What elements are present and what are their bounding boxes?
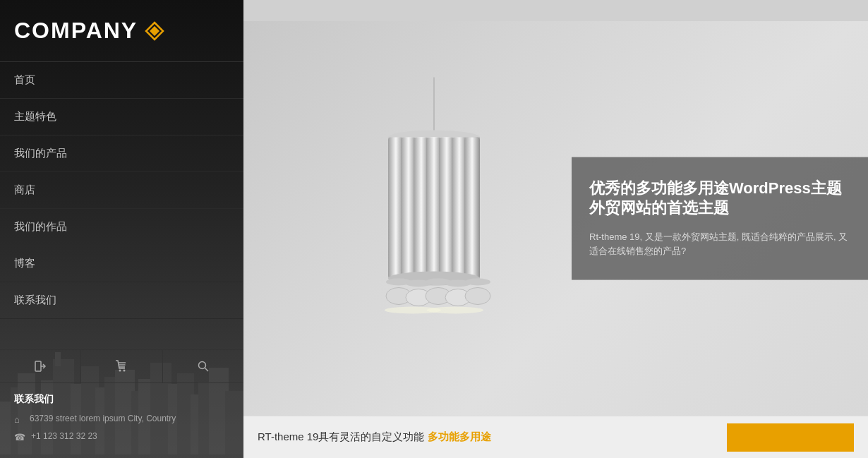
contact-section: 联系我们 ⌂ 63739 street lorem ipsum City, Co… (0, 383, 243, 458)
nav-item-home[interactable]: 首页 (0, 62, 243, 99)
bottom-cta-button[interactable] (727, 423, 854, 452)
nav-item-features[interactable]: 主题特色 (0, 99, 243, 135)
login-icon[interactable] (0, 350, 81, 382)
hero-section: 优秀的多功能多用途WordPress主题外贸网站的首选主题 Rt-theme 1… (243, 21, 868, 416)
nav-item-portfolio[interactable]: 我们的作品 (0, 209, 243, 246)
logo-area: COMPANY (0, 0, 243, 62)
svg-point-32 (198, 361, 205, 368)
hero-text-overlay: 优秀的多功能多用途WordPress主题外贸网站的首选主题 Rt-theme 1… (572, 157, 868, 280)
svg-marker-24 (150, 26, 159, 36)
main-content: 优秀的多功能多用途WordPress主题外贸网站的首选主题 Rt-theme 1… (243, 0, 868, 458)
svg-line-33 (205, 368, 208, 371)
nav-menu: 首页 主题特色 我们的产品 商店 我们的作品 博客 联系我们 (0, 62, 243, 349)
top-bar (243, 0, 868, 21)
search-icon[interactable] (163, 350, 243, 382)
svg-point-30 (119, 369, 121, 371)
cart-icon[interactable] (81, 350, 162, 382)
nav-item-contact[interactable]: 联系我们 (0, 282, 243, 319)
svg-point-49 (465, 279, 490, 286)
hero-title: 优秀的多功能多用途WordPress主题外贸网站的首选主题 (589, 178, 850, 218)
sidebar: COMPANY 首页 主题特色 我们的产品 商店 我们的作品 博客 联系我们 (0, 0, 243, 458)
icon-bar (0, 349, 243, 383)
bottom-bar: RT-theme 19具有灵活的自定义功能 多功能多用途 (243, 416, 868, 458)
nav-item-products[interactable]: 我们的产品 (0, 135, 243, 172)
lamp-image (342, 21, 526, 416)
hero-description: Rt-theme 19, 又是一款外贸网站主题, 既适合纯粹的产品展示, 又适合… (589, 229, 850, 259)
contact-address: 63739 street lorem ipsum City, Country (30, 413, 176, 425)
svg-point-56 (427, 307, 483, 314)
home-icon: ⌂ (14, 414, 24, 426)
phone-icon: ☎ (14, 431, 25, 444)
svg-rect-43 (464, 138, 480, 279)
sidebar-content: COMPANY 首页 主题特色 我们的产品 商店 我们的作品 博客 联系我们 (0, 0, 243, 458)
logo-text: COMPANY (14, 18, 138, 44)
bottom-highlight-text: 多功能多用途 (428, 430, 491, 442)
contact-phone: +1 123 312 32 23 (31, 430, 97, 442)
svg-point-54 (465, 288, 490, 305)
svg-point-31 (123, 369, 126, 371)
svg-rect-25 (35, 361, 41, 371)
contact-phone-row: ☎ +1 123 312 32 23 (14, 430, 229, 444)
bottom-text: RT-theme 19具有灵活的自定义功能 多功能多用途 (258, 430, 491, 444)
logo-diamond-icon (145, 21, 164, 41)
lamp-container (328, 21, 540, 416)
contact-address-row: ⌂ 63739 street lorem ipsum City, Country (14, 413, 229, 426)
contact-title: 联系我们 (14, 393, 229, 406)
nav-item-blog[interactable]: 博客 (0, 246, 243, 282)
nav-item-shop[interactable]: 商店 (0, 172, 243, 209)
